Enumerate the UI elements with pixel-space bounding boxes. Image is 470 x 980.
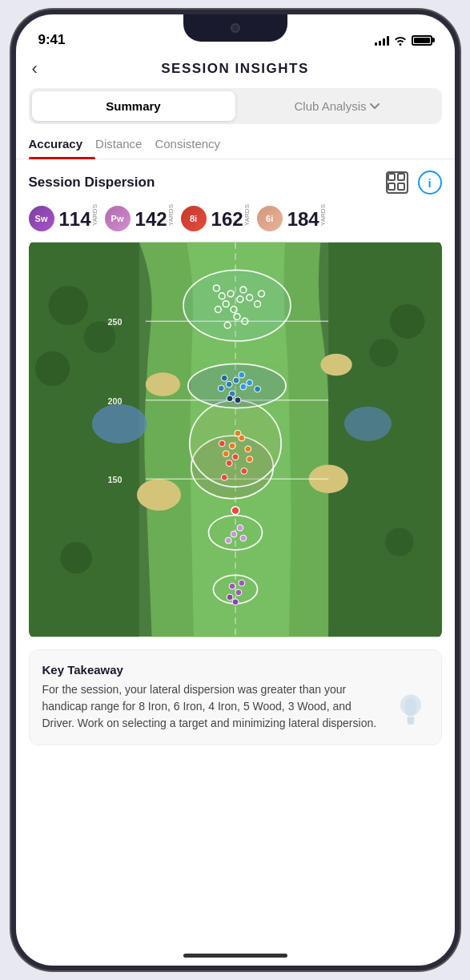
- svg-point-34: [235, 589, 242, 596]
- chevron-down-icon: [370, 103, 380, 110]
- svg-point-32: [183, 270, 291, 341]
- info-button[interactable]: i: [418, 171, 442, 195]
- svg-point-58: [246, 380, 252, 386]
- signal-icon: [375, 34, 389, 46]
- svg-point-7: [136, 479, 180, 510]
- battery-icon: [412, 35, 432, 46]
- section-title: Session Dispersion: [29, 175, 155, 191]
- page-header: ‹ SESSION INSIGHTS: [16, 54, 455, 83]
- svg-point-52: [221, 474, 227, 480]
- club-chip-8i[interactable]: 8i 162 YARDS: [181, 206, 251, 231]
- phone-inner: 9:41 ‹ SESSION INSIGHTS: [16, 14, 455, 966]
- svg-point-53: [231, 507, 239, 515]
- sub-tab-distance[interactable]: Distance: [95, 129, 155, 159]
- svg-point-39: [236, 524, 243, 531]
- svg-point-45: [244, 446, 251, 452]
- sub-tab-accuracy[interactable]: Accuracy: [29, 129, 96, 159]
- svg-point-35: [227, 594, 233, 600]
- svg-point-54: [226, 381, 232, 388]
- svg-point-62: [254, 386, 260, 392]
- svg-point-12: [343, 407, 391, 441]
- svg-rect-0: [388, 174, 395, 180]
- club-chip-6i[interactable]: 6i 184 YARDS: [257, 206, 327, 231]
- svg-point-16: [390, 304, 424, 339]
- back-button[interactable]: ‹: [32, 58, 38, 79]
- svg-rect-82: [408, 722, 413, 725]
- svg-point-47: [219, 440, 225, 447]
- svg-point-48: [235, 430, 241, 436]
- svg-point-57: [218, 385, 224, 392]
- takeaway-text: For the session, your lateral dispersion…: [42, 681, 384, 732]
- club-badge-sw: Sw: [29, 206, 54, 231]
- svg-point-11: [91, 404, 147, 444]
- svg-point-30: [189, 400, 280, 487]
- svg-rect-3: [398, 183, 404, 190]
- section-header: Session Dispersion i: [16, 159, 455, 203]
- svg-point-40: [225, 537, 231, 544]
- sub-tab-bar: Accuracy Distance Consistency: [16, 129, 455, 159]
- svg-point-44: [223, 451, 229, 457]
- wifi-icon: [394, 34, 407, 46]
- svg-text:250: 250: [107, 317, 122, 327]
- svg-point-19: [385, 528, 413, 556]
- svg-point-15: [34, 351, 69, 386]
- svg-point-61: [221, 375, 227, 381]
- status-time: 9:41: [38, 32, 66, 48]
- svg-rect-80: [407, 717, 414, 720]
- svg-point-8: [145, 372, 179, 396]
- tab-club-analysis[interactable]: Club Analysis: [235, 91, 439, 121]
- svg-rect-2: [388, 183, 395, 190]
- home-indicator: [183, 954, 287, 958]
- svg-point-42: [229, 443, 235, 449]
- club-badge-pw: Pw: [105, 206, 131, 231]
- svg-point-64: [227, 396, 233, 402]
- fairway-map: 250 200 150: [29, 239, 442, 640]
- status-icons: [375, 34, 432, 46]
- section-actions: i: [386, 171, 442, 195]
- svg-point-33: [229, 583, 235, 589]
- svg-rect-1: [398, 174, 404, 180]
- svg-point-56: [239, 384, 246, 390]
- svg-point-50: [226, 460, 232, 467]
- svg-point-38: [231, 531, 237, 537]
- svg-point-17: [369, 339, 397, 367]
- svg-point-41: [239, 535, 246, 541]
- svg-point-10: [320, 354, 351, 376]
- page-title: SESSION INSIGHTS: [161, 61, 309, 77]
- club-badge-8i: 8i: [181, 206, 207, 231]
- svg-point-36: [238, 580, 244, 586]
- svg-point-46: [232, 454, 239, 460]
- fullscreen-button[interactable]: [386, 171, 408, 194]
- svg-point-55: [233, 377, 239, 384]
- main-tab-selector: Summary Club Analysis: [29, 88, 442, 124]
- svg-point-37: [232, 599, 239, 605]
- svg-rect-81: [407, 720, 414, 722]
- svg-text:200: 200: [107, 396, 122, 406]
- notch: [183, 14, 287, 42]
- club-chip-sw[interactable]: Sw 114 YARDS: [29, 206, 98, 231]
- svg-rect-6: [328, 243, 442, 637]
- sub-tab-consistency[interactable]: Consistency: [155, 129, 233, 159]
- svg-point-49: [246, 456, 252, 463]
- takeaway-content: Key Takeaway For the session, your later…: [42, 663, 384, 732]
- svg-point-13: [48, 286, 87, 325]
- svg-point-60: [238, 372, 244, 378]
- club-chips: Sw 114 YARDS Pw 142 YARDS 8i: [16, 203, 455, 239]
- camera: [231, 23, 240, 33]
- club-chip-pw[interactable]: Pw 142 YARDS: [105, 206, 175, 231]
- tab-summary[interactable]: Summary: [32, 91, 235, 121]
- club-badge-6i: 6i: [257, 206, 283, 231]
- takeaway-title: Key Takeaway: [42, 663, 384, 677]
- svg-point-18: [60, 542, 91, 573]
- takeaway-card: Key Takeaway For the session, your later…: [29, 649, 442, 745]
- svg-text:150: 150: [107, 475, 122, 484]
- lightbulb-icon: [393, 690, 428, 732]
- svg-point-63: [235, 397, 241, 404]
- phone-frame: 9:41 ‹ SESSION INSIGHTS: [11, 10, 460, 970]
- svg-point-51: [240, 468, 247, 474]
